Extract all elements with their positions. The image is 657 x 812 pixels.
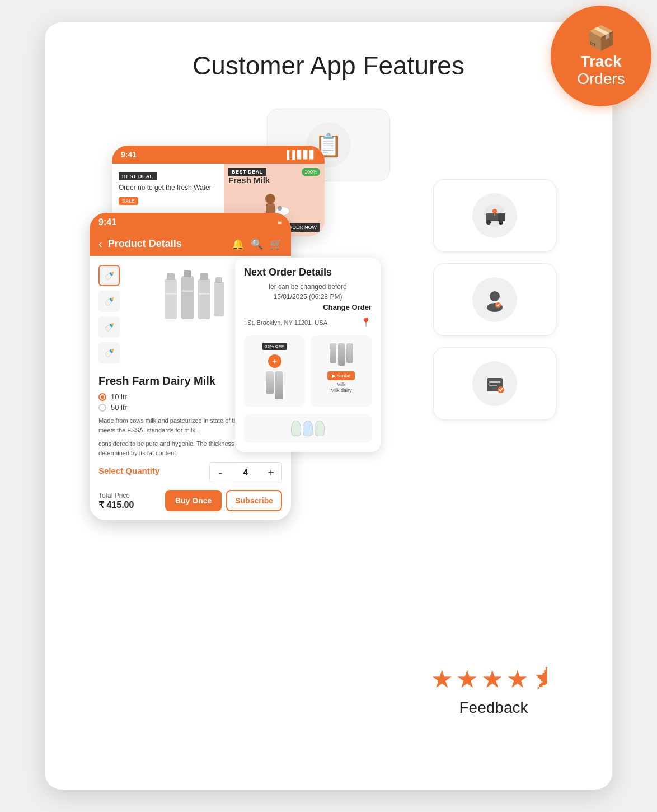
action-buttons: Buy Once Subscribe xyxy=(165,490,282,511)
product-grid: 33% OFF + ▶ scribe Milk Milk dair xyxy=(244,335,372,443)
svg-point-17 xyxy=(278,206,282,211)
change-order-link[interactable]: Change Order xyxy=(244,303,372,311)
qty-plus-btn[interactable]: + xyxy=(260,463,281,483)
svg-point-7 xyxy=(490,291,500,301)
filter-icon: ≡ xyxy=(278,218,282,227)
option-10ltr-label: 10 ltr xyxy=(111,393,127,401)
product-card-3 xyxy=(244,414,372,443)
svg-rect-11 xyxy=(489,381,500,383)
qty-value: 4 xyxy=(231,468,260,478)
add-btn-1[interactable]: + xyxy=(268,354,281,368)
svg-rect-23 xyxy=(184,270,191,277)
product-nav-bar: ‹ Product Details 🔔 🔍 🛒 xyxy=(90,232,291,256)
thumb-4[interactable]: 🍼 xyxy=(98,342,120,363)
bottle-img-2 xyxy=(315,343,367,366)
bottle-img-1 xyxy=(248,371,301,399)
total-price-section: Total Price ₹ 415.00 xyxy=(98,492,134,510)
svg-rect-12 xyxy=(489,385,497,386)
thumb-1[interactable]: 🍼 xyxy=(98,265,120,286)
track-label: Track xyxy=(580,54,621,69)
nav-action-icons: 🔔 🔍 🛒 xyxy=(232,238,282,250)
product-name-3: Milk dairy xyxy=(315,388,367,393)
svg-rect-20 xyxy=(167,273,175,280)
select-qty-label: Select Quantity xyxy=(98,466,159,475)
svg-rect-29 xyxy=(215,277,222,283)
star-5-half: ⯨ xyxy=(532,665,556,693)
svg-point-14 xyxy=(265,194,275,204)
track-orders-badge[interactable]: 📦 Track Orders xyxy=(551,6,651,106)
page-title: Customer App Features xyxy=(78,50,579,81)
product-thumbnails: 🍼 🍼 🍼 🍼 xyxy=(98,265,120,363)
star-rating: ★ ★ ★ ★ ⯨ xyxy=(431,665,556,693)
delivery-icon-card xyxy=(433,179,556,252)
product-row-2 xyxy=(244,414,372,443)
home-time: 9:41 xyxy=(121,150,137,159)
order-icon xyxy=(472,361,517,406)
product-name: Fresh Farm Dairy Milk xyxy=(98,369,215,388)
address-row: : St, Brooklyn, NY 11201, USA 📍 xyxy=(244,317,372,328)
order-date: 15/01/2025 (06:28 PM) xyxy=(244,293,372,301)
off-badge-1: 33% OFF xyxy=(262,343,287,350)
subscribe-btn-sm[interactable]: ▶ scribe xyxy=(327,371,355,380)
status-icons: ≡ xyxy=(278,218,282,227)
order-details-overlay: Next Order Details ler can be changed be… xyxy=(235,258,381,452)
thumb-2[interactable]: 🍼 xyxy=(98,291,120,312)
back-icon[interactable]: ‹ xyxy=(98,237,102,250)
star-2: ★ xyxy=(456,665,478,693)
thumb-3[interactable]: 🍼 xyxy=(98,316,120,338)
percent-badge: 100% xyxy=(302,168,320,176)
package-icon: 📦 xyxy=(586,24,616,52)
svg-marker-2 xyxy=(498,213,505,221)
user-icon xyxy=(472,277,517,322)
feedback-section: ★ ★ ★ ★ ⯨ Feedback xyxy=(431,665,556,717)
sale-tag: SALE xyxy=(119,197,138,205)
svg-rect-28 xyxy=(214,282,224,316)
bell-icon[interactable]: 🔔 xyxy=(232,238,244,250)
svg-rect-21 xyxy=(165,293,176,295)
cart-icon[interactable]: 🛒 xyxy=(270,238,282,250)
radio-50ltr xyxy=(98,404,106,412)
svg-rect-19 xyxy=(165,279,177,319)
radio-10ltr xyxy=(98,393,106,401)
product-nav-title: Product Details xyxy=(108,238,226,250)
banner-text: Order no to get the fresh Water xyxy=(119,184,217,192)
svg-rect-22 xyxy=(181,276,194,319)
star-1: ★ xyxy=(431,665,453,693)
location-pin-icon: 📍 xyxy=(360,317,372,328)
order-icon-card xyxy=(433,347,556,420)
svg-rect-26 xyxy=(200,273,208,280)
orders-label: Orders xyxy=(577,69,625,88)
product-card-1: 33% OFF + xyxy=(244,335,305,407)
svg-rect-25 xyxy=(198,279,210,319)
search-nav-icon[interactable]: 🔍 xyxy=(251,238,263,250)
user-icon-card xyxy=(433,263,556,336)
feedback-label: Feedback xyxy=(431,699,556,717)
total-amount: ₹ 415.00 xyxy=(98,500,134,510)
svg-rect-27 xyxy=(199,293,210,295)
main-card: Customer App Features 📋 xyxy=(45,22,612,790)
order-change-sub: ler can be changed before xyxy=(244,283,372,291)
buy-once-button[interactable]: Buy Once xyxy=(165,490,222,511)
home-icons: ▐▐ ▋▋▋ xyxy=(284,150,316,159)
home-status-bar: 9:41 ▐▐ ▋▋▋ xyxy=(112,146,325,164)
star-4: ★ xyxy=(506,665,528,693)
product-status-bar: 9:41 ≡ xyxy=(90,213,291,232)
address-text: : St, Brooklyn, NY 11201, USA xyxy=(244,319,327,326)
banner-right-tag: BEST DEAL xyxy=(228,168,266,176)
product-name-2: Milk xyxy=(315,382,367,388)
total-label: Total Price xyxy=(98,492,134,500)
qty-control: - 4 + xyxy=(209,462,282,483)
product-card-2: ▶ scribe Milk Milk dairy xyxy=(311,335,372,407)
delivery-truck-icon xyxy=(472,193,517,238)
subscribe-button[interactable]: Subscribe xyxy=(226,490,282,511)
right-icons-column xyxy=(433,179,556,420)
svg-rect-1 xyxy=(486,213,498,221)
product-time: 9:41 xyxy=(98,217,116,227)
option-50ltr-label: 50 ltr xyxy=(111,403,127,412)
star-3: ★ xyxy=(481,665,503,693)
product-row-1: 33% OFF + ▶ scribe Milk Milk dair xyxy=(244,335,372,407)
svg-point-5 xyxy=(492,209,497,213)
qty-minus-btn[interactable]: - xyxy=(210,463,231,483)
qty-select-row: Select Quantity - 4 + xyxy=(98,462,282,483)
order-details-title: Next Order Details xyxy=(244,267,372,278)
